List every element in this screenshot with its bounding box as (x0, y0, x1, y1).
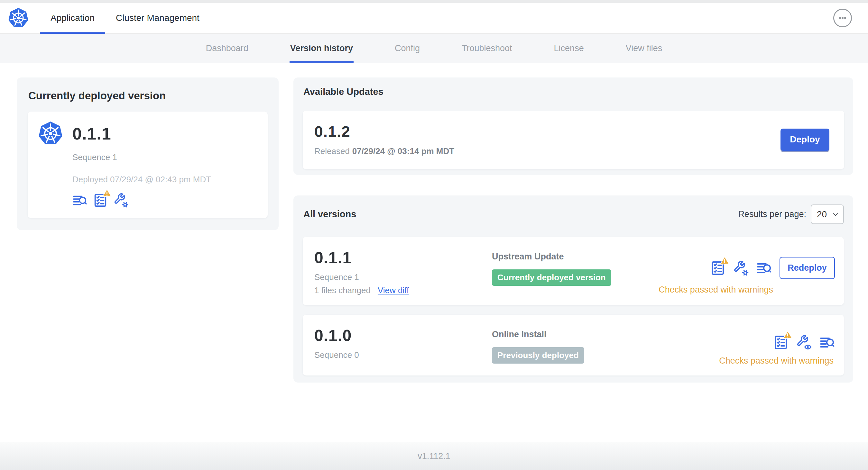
available-updates-panel: Available Updates 0.1.2 Released07/29/24… (293, 77, 853, 175)
checks-status-text: Checks passed with warnings (658, 285, 773, 295)
all-versions-header: All versions Results per page: 20 (303, 204, 844, 224)
subnav-item-config[interactable]: Config (395, 34, 420, 63)
results-per-page-select[interactable]: 20 (811, 204, 844, 224)
currently-deployed-panel: Currently deployed version 0.1.1 Sequenc… (17, 77, 279, 230)
row-version-number: 0.1.0 (314, 326, 492, 345)
currently-deployed-details: Sequence 1 Deployed 07/29/24 @ 02:43 pm … (72, 153, 257, 208)
row-version-number: 0.1.1 (314, 248, 492, 267)
status-badge: Currently deployed version (492, 269, 611, 286)
subnav-item-troubleshoot[interactable]: Troubleshoot (462, 34, 512, 63)
kubernetes-logo-icon (8, 7, 29, 29)
row-source-label: Online Install (492, 330, 719, 339)
subnav-version-history-label: Version history (290, 43, 353, 54)
available-update-info: 0.1.2 Released07/29/24 @ 03:14 pm MDT (314, 123, 454, 156)
subnav-item-version-history[interactable]: Version history (290, 34, 353, 63)
admin-console-version: v1.112.1 (417, 451, 451, 461)
preflight-checks-warning-icon[interactable] (93, 193, 108, 208)
preflight-checks-warning-icon[interactable] (773, 335, 788, 350)
navbar-spacer (210, 3, 833, 33)
subnav-troubleshoot-label: Troubleshoot (462, 43, 512, 54)
update-released-line: Released07/29/24 @ 03:14 pm MDT (314, 146, 454, 156)
row-actions: Redeploy (710, 257, 835, 279)
subnav-item-license[interactable]: License (554, 34, 584, 63)
row-files-changed-line: 1 files changed View diff (314, 286, 492, 296)
row-source-label: Upstream Update (492, 252, 658, 262)
version-row-middle: Online Install Previously deployed (492, 326, 719, 364)
version-row-0-1-1: 0.1.1 Sequence 1 1 files changed View di… (303, 237, 844, 305)
tab-application[interactable]: Application (40, 3, 105, 33)
version-rows: 0.1.1 Sequence 1 1 files changed View di… (303, 237, 844, 375)
all-versions-title: All versions (303, 209, 356, 220)
app-subnav: Dashboard Version history Config Trouble… (0, 34, 868, 63)
kubernetes-app-icon (38, 121, 63, 146)
subnav-config-label: Config (395, 43, 420, 54)
available-updates-title: Available Updates (303, 87, 844, 97)
results-per-page-label: Results per page: (738, 209, 806, 219)
edit-config-icon[interactable] (114, 193, 128, 208)
subnav-view-files-label: View files (626, 43, 662, 54)
version-row-left: 0.1.0 Sequence 0 (314, 326, 492, 360)
row-sequence: Sequence 0 (314, 350, 492, 360)
row-actions (773, 335, 835, 350)
available-update-card: 0.1.2 Released07/29/24 @ 03:14 pm MDT De… (303, 110, 844, 169)
file-diff-icon[interactable] (819, 335, 835, 350)
tab-cluster-management[interactable]: Cluster Management (105, 3, 210, 33)
currently-deployed-title: Currently deployed version (28, 90, 268, 102)
file-diff-icon[interactable] (756, 260, 772, 276)
released-label: Released (314, 146, 350, 156)
version-row-0-1-0: 0.1.0 Sequence 0 Online Install Previous… (303, 315, 844, 375)
top-navbar: Application Cluster Management (0, 3, 868, 34)
current-version-sequence: Sequence 1 (72, 153, 257, 162)
subnav-license-label: License (554, 43, 584, 54)
currently-deployed-card: 0.1.1 Sequence 1 Deployed 07/29/24 @ 02:… (28, 111, 268, 218)
results-per-page-value: 20 (817, 209, 827, 220)
window-top-edge (0, 0, 868, 3)
subnav-item-dashboard[interactable]: Dashboard (206, 34, 248, 63)
view-config-icon[interactable] (796, 335, 812, 350)
results-per-page: Results per page: 20 (738, 204, 844, 224)
version-row-left: 0.1.1 Sequence 1 1 files changed View di… (314, 248, 492, 296)
main-content: Currently deployed version 0.1.1 Sequenc… (0, 63, 868, 382)
file-diff-icon[interactable] (72, 193, 87, 208)
top-nav-tabs: Application Cluster Management (40, 3, 210, 33)
preflight-checks-warning-icon[interactable] (710, 260, 725, 276)
status-badge: Previously deployed (492, 347, 584, 364)
currently-deployed-head: 0.1.1 (38, 121, 257, 146)
right-column: Available Updates 0.1.2 Released07/29/24… (293, 77, 853, 382)
subnav-item-view-files[interactable]: View files (626, 34, 662, 63)
tab-application-label: Application (51, 13, 95, 23)
current-version-deployed-date: Deployed 07/29/24 @ 02:43 pm MDT (72, 174, 257, 184)
app-footer: v1.112.1 (0, 442, 868, 470)
version-row-middle: Upstream Update Currently deployed versi… (492, 248, 658, 286)
deploy-button[interactable]: Deploy (780, 129, 829, 151)
current-version-number: 0.1.1 (72, 124, 111, 143)
ellipsis-icon (836, 12, 849, 24)
version-row-right: Checks passed with warnings (719, 326, 835, 366)
released-date: 07/29/24 @ 03:14 pm MDT (352, 146, 454, 156)
view-diff-link[interactable]: View diff (378, 286, 409, 296)
all-versions-panel: All versions Results per page: 20 0.1.1 … (293, 196, 853, 382)
version-row-right: Redeploy Checks passed with warnings (658, 248, 835, 295)
redeploy-button[interactable]: Redeploy (779, 257, 835, 279)
row-sequence: Sequence 1 (314, 272, 492, 282)
subnav-dashboard-label: Dashboard (206, 43, 248, 54)
chevron-down-icon (832, 210, 839, 218)
current-version-actions (72, 193, 257, 208)
edit-config-icon[interactable] (733, 260, 749, 276)
checks-status-text: Checks passed with warnings (719, 356, 834, 366)
more-menu-button[interactable] (833, 9, 852, 27)
tab-cluster-management-label: Cluster Management (116, 13, 199, 23)
files-changed-label: 1 files changed (314, 286, 371, 296)
update-version-number: 0.1.2 (314, 123, 454, 140)
